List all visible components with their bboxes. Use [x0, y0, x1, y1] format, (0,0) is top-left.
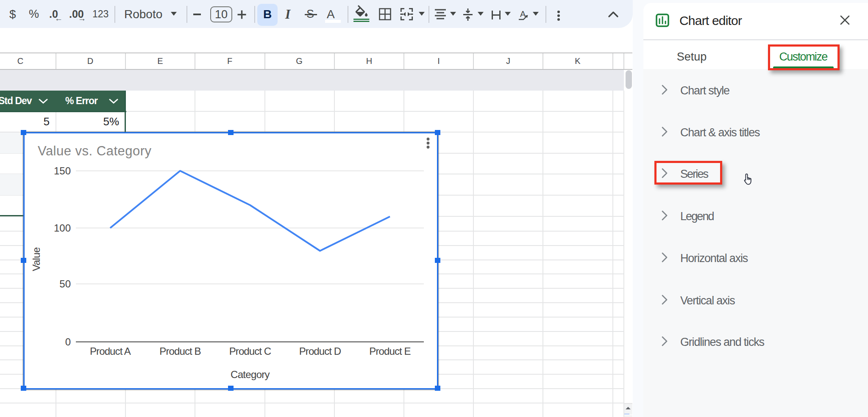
svg-text:Product E: Product E [369, 345, 410, 357]
svg-text:Category: Category [231, 369, 270, 380]
svg-text:Product A: Product A [90, 345, 131, 357]
svg-text:Product B: Product B [159, 345, 200, 357]
svg-text:150: 150 [54, 165, 71, 177]
svg-text:Product D: Product D [299, 345, 341, 357]
svg-text:Value vs. Category: Value vs. Category [38, 144, 152, 158]
svg-text:50: 50 [59, 278, 71, 290]
svg-text:0: 0 [65, 336, 71, 348]
svg-text:Product C: Product C [229, 345, 271, 357]
svg-text:Value: Value [31, 247, 42, 271]
svg-text:100: 100 [54, 222, 71, 234]
